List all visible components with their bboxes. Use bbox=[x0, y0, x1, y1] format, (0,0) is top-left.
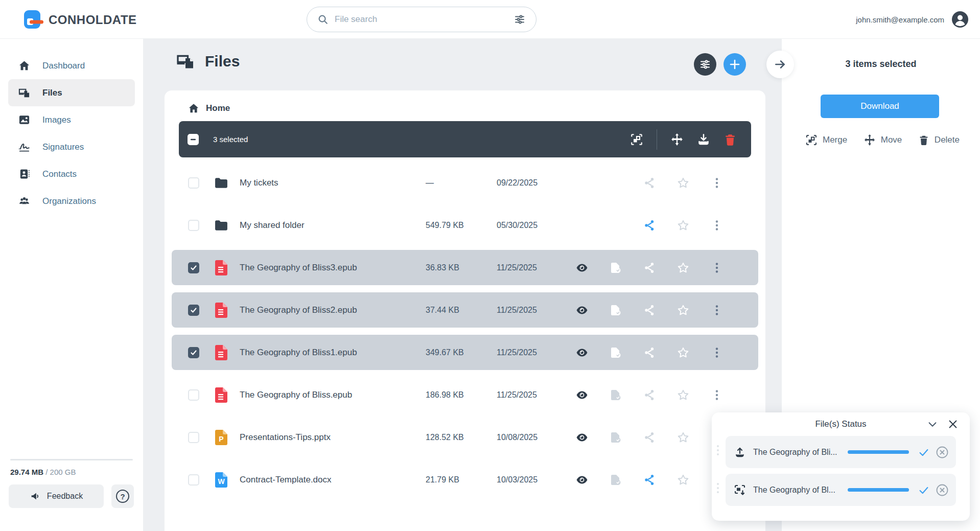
breadcrumb[interactable]: Home bbox=[165, 90, 765, 121]
file-date: 11/25/2025 bbox=[497, 306, 537, 315]
merge-button[interactable]: Merge bbox=[805, 134, 847, 146]
file-status-popup: File(s) Status The Geography of Bli... bbox=[712, 412, 970, 521]
help-button[interactable]: ? bbox=[111, 484, 134, 508]
row-checkbox[interactable] bbox=[188, 347, 199, 358]
close-icon[interactable] bbox=[947, 419, 959, 430]
sidebar-item-contacts[interactable]: Contacts bbox=[8, 160, 135, 188]
preview-eye-icon[interactable] bbox=[572, 262, 592, 274]
share-icon[interactable] bbox=[639, 347, 660, 359]
preview-eye-icon[interactable] bbox=[572, 474, 592, 486]
row-checkbox[interactable] bbox=[188, 305, 199, 316]
select-all-checkbox[interactable] bbox=[188, 134, 199, 145]
main-content: Files Home 3 selected bbox=[143, 39, 782, 531]
merge-icon bbox=[805, 134, 818, 146]
row-checkbox[interactable] bbox=[188, 389, 199, 401]
share-icon[interactable] bbox=[639, 389, 660, 401]
download-icon[interactable] bbox=[697, 133, 710, 146]
search-icon bbox=[317, 14, 329, 25]
move-icon bbox=[864, 134, 876, 146]
sidebar-item-images[interactable]: Images bbox=[8, 106, 135, 133]
file-name: My shared folder bbox=[240, 220, 408, 230]
drag-handle-icon[interactable] bbox=[717, 445, 719, 455]
sidebar-item-dashboard[interactable]: Dashboard bbox=[8, 52, 135, 79]
convert-file-icon[interactable] bbox=[605, 389, 626, 401]
star-icon[interactable] bbox=[673, 389, 693, 401]
drag-handle-icon[interactable] bbox=[717, 483, 719, 493]
user-avatar[interactable] bbox=[951, 11, 969, 28]
add-file-button[interactable] bbox=[724, 53, 746, 76]
file-name: The Geography of Bliss1.epub bbox=[240, 348, 408, 358]
docx-file-icon: W bbox=[214, 472, 228, 488]
row-checkbox[interactable] bbox=[188, 474, 199, 486]
dismiss-circle-x-icon[interactable] bbox=[936, 483, 949, 497]
file-date: 09/22/2025 bbox=[497, 178, 538, 188]
preview-eye-icon[interactable] bbox=[572, 347, 592, 359]
file-name: The Geography of Bliss3.epub bbox=[240, 263, 408, 273]
organizations-icon bbox=[18, 195, 30, 207]
sidebar-item-organizations[interactable]: Organizations bbox=[8, 188, 135, 215]
chevron-down-icon[interactable] bbox=[927, 419, 938, 430]
list-filter-button[interactable] bbox=[694, 53, 716, 76]
home-icon bbox=[188, 103, 199, 114]
move-icon[interactable] bbox=[670, 133, 684, 146]
star-icon[interactable] bbox=[673, 219, 693, 232]
status-popup-title: File(s) Status bbox=[815, 419, 866, 429]
merge-icon[interactable] bbox=[630, 133, 643, 146]
convert-file-icon[interactable] bbox=[605, 347, 626, 359]
arrow-right-icon bbox=[774, 58, 787, 71]
table-row[interactable]: P Presentations-Tips.pptx 128.52 KB 10/0… bbox=[165, 416, 765, 458]
star-icon[interactable] bbox=[673, 304, 693, 316]
row-checkbox[interactable] bbox=[188, 177, 199, 189]
search-input[interactable] bbox=[335, 14, 507, 25]
star-icon[interactable] bbox=[673, 474, 693, 486]
panel-collapse-button[interactable] bbox=[766, 51, 794, 78]
preview-eye-icon[interactable] bbox=[572, 389, 592, 401]
more-options-icon[interactable] bbox=[707, 219, 727, 232]
table-row[interactable]: The Geography of Bliss2.epub 37.44 KB 11… bbox=[165, 289, 765, 331]
share-icon[interactable] bbox=[639, 474, 660, 486]
table-row[interactable]: The Geography of Bliss.epub 186.98 KB 11… bbox=[165, 374, 765, 416]
star-icon[interactable] bbox=[673, 262, 693, 274]
more-options-icon[interactable] bbox=[707, 177, 727, 189]
more-options-icon[interactable] bbox=[707, 262, 727, 274]
sidebar-item-files[interactable]: Files bbox=[8, 79, 135, 106]
download-button[interactable]: Download bbox=[821, 95, 939, 118]
share-icon[interactable] bbox=[639, 431, 660, 444]
share-icon[interactable] bbox=[639, 304, 660, 316]
star-icon[interactable] bbox=[673, 347, 693, 359]
share-icon[interactable] bbox=[639, 262, 660, 274]
svg-text:P: P bbox=[219, 435, 223, 443]
sidebar: Dashboard Files Images bbox=[0, 39, 143, 531]
convert-file-icon[interactable] bbox=[605, 431, 626, 444]
brand-logo[interactable]: CONHOLDATE bbox=[22, 9, 137, 30]
table-row[interactable]: W Contract-Template.docx 21.79 KB 10/03/… bbox=[165, 458, 765, 501]
file-size: 349.67 KB bbox=[426, 348, 464, 357]
share-icon[interactable] bbox=[639, 177, 660, 189]
sidebar-item-signatures[interactable]: Signatures bbox=[8, 133, 135, 160]
share-icon[interactable] bbox=[639, 219, 660, 232]
file-size: — bbox=[426, 178, 434, 188]
more-options-icon[interactable] bbox=[707, 304, 727, 316]
delete-icon[interactable] bbox=[724, 133, 737, 146]
convert-file-icon[interactable] bbox=[605, 304, 626, 316]
table-row[interactable]: The Geography of Bliss3.epub 36.83 KB 11… bbox=[165, 246, 765, 289]
delete-button[interactable]: Delete bbox=[918, 134, 960, 146]
move-button[interactable]: Move bbox=[864, 134, 902, 146]
row-checkbox[interactable] bbox=[188, 262, 199, 273]
more-options-icon[interactable] bbox=[707, 389, 727, 401]
dismiss-circle-x-icon[interactable] bbox=[936, 446, 949, 459]
feedback-button[interactable]: Feedback bbox=[9, 484, 104, 508]
convert-file-icon[interactable] bbox=[605, 262, 626, 274]
table-row[interactable]: The Geography of Bliss1.epub 349.67 KB 1… bbox=[165, 331, 765, 374]
convert-file-icon[interactable] bbox=[605, 474, 626, 486]
star-icon[interactable] bbox=[673, 431, 693, 444]
table-row[interactable]: My shared folder 549.79 KB 05/30/2025 bbox=[165, 204, 765, 246]
row-checkbox[interactable] bbox=[188, 432, 199, 443]
preview-eye-icon[interactable] bbox=[572, 431, 592, 444]
more-options-icon[interactable] bbox=[707, 347, 727, 359]
preview-eye-icon[interactable] bbox=[572, 304, 592, 316]
table-row[interactable]: My tickets — 09/22/2025 bbox=[165, 161, 765, 204]
star-icon[interactable] bbox=[673, 177, 693, 189]
row-checkbox[interactable] bbox=[188, 220, 199, 231]
search-filter-icon[interactable] bbox=[514, 13, 526, 26]
